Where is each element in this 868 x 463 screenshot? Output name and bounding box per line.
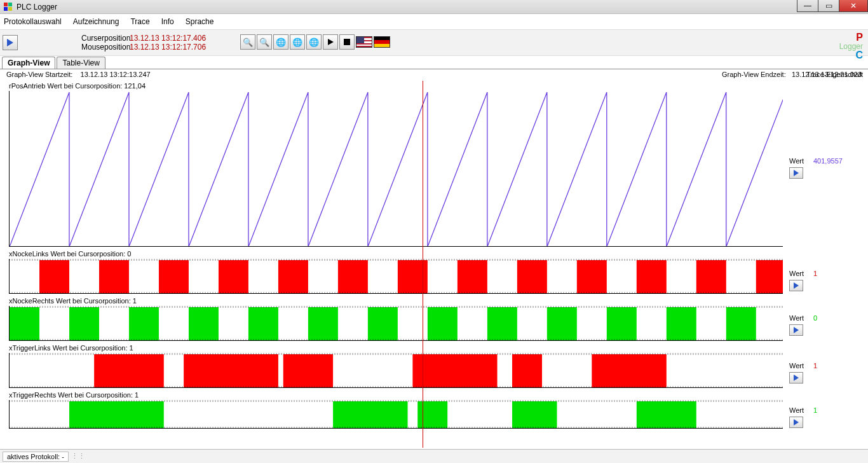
tab-graph-view[interactable]: Graph-View <box>2 57 55 69</box>
trace-plot[interactable] <box>9 91 783 247</box>
svg-rect-631 <box>487 307 517 340</box>
menu-info[interactable]: Info <box>161 17 174 26</box>
trace-play-button[interactable] <box>789 372 803 384</box>
trace-plot[interactable] <box>9 400 783 429</box>
graph-start-label: Graph-View Startzeit: <box>6 71 72 78</box>
app-icon <box>4 3 13 11</box>
svg-rect-1862 <box>69 401 164 428</box>
svg-rect-5 <box>338 260 368 293</box>
svg-rect-1250 <box>512 354 542 387</box>
svg-rect-2 <box>159 260 189 293</box>
svg-rect-0 <box>39 260 69 293</box>
menu-sprache[interactable]: Sprache <box>186 17 214 26</box>
svg-rect-4 <box>278 260 308 293</box>
wert-value: 401,9557 <box>813 157 843 165</box>
svg-rect-630 <box>428 307 458 340</box>
svg-rect-634 <box>667 307 696 340</box>
tab-row: Graph-View Table-View <box>0 56 868 69</box>
stop-icon[interactable] <box>339 34 355 50</box>
menu-trace[interactable]: Trace <box>130 17 149 26</box>
mouse-pos-label: Mouseposition <box>81 43 130 52</box>
statusbar: aktives Protokoll: - ⋮⋮ <box>0 449 868 463</box>
zoom-x-icon[interactable]: 🌐 <box>290 34 305 50</box>
trace-play-button[interactable] <box>789 280 803 291</box>
cursor-line[interactable] <box>423 81 423 448</box>
svg-rect-625 <box>129 307 159 340</box>
svg-rect-1865 <box>512 401 557 428</box>
svg-rect-1249 <box>412 354 497 387</box>
zoom-in-icon[interactable]: 🔍 <box>240 34 255 50</box>
svg-rect-1864 <box>417 401 447 428</box>
wert-value: 1 <box>813 270 817 277</box>
trace-play-button[interactable] <box>789 324 803 336</box>
wert-label: Wert <box>789 157 808 165</box>
trace-play-button[interactable] <box>789 417 803 428</box>
position-readout: Curserposition 13.12.13 13:12:17.406 Mou… <box>81 34 206 52</box>
svg-rect-635 <box>726 307 756 340</box>
toolstrip: Curserposition 13.12.13 13:12:17.406 Mou… <box>0 29 868 56</box>
svg-rect-8 <box>517 260 547 293</box>
zoom-fit-icon[interactable]: 🌐 <box>273 34 288 50</box>
zoom-y-icon[interactable]: 🌐 <box>306 34 322 50</box>
trace-play-button[interactable] <box>789 167 803 179</box>
play-icon[interactable] <box>323 34 338 50</box>
window-title: PLC Logger <box>17 3 57 11</box>
svg-rect-10 <box>637 260 667 293</box>
window-titlebar: PLC Logger — ▭ ✕ <box>0 0 868 14</box>
svg-rect-626 <box>189 307 219 340</box>
trace-plot[interactable] <box>9 259 783 294</box>
trace-label: xTriggerLinks Wert bei Cursorposition: 1 <box>9 344 783 352</box>
flag-de-icon[interactable] <box>374 36 390 48</box>
plots-area: rPosAntrieb Wert bei Cursorposition: 121… <box>9 81 783 431</box>
svg-rect-628 <box>308 307 338 340</box>
trace-properties-title: Trace-Eigenschaft <box>789 69 865 79</box>
trace-properties-panel: Trace-Eigenschaft Wert401,9557Wert1Wert0… <box>789 69 865 79</box>
zoom-out-icon[interactable]: 🔍 <box>257 34 272 50</box>
wert-label: Wert <box>789 314 808 322</box>
graph-end-label: Graph-View Endzeit: <box>722 71 786 78</box>
svg-rect-1866 <box>637 401 696 428</box>
trace-label: rPosAntrieb Wert bei Cursorposition: 121… <box>9 82 783 90</box>
cursor-pos-value: 13.12.13 13:12:17.406 <box>130 34 206 43</box>
svg-rect-627 <box>248 307 278 340</box>
svg-rect-624 <box>69 307 99 340</box>
flag-us-icon[interactable] <box>356 36 372 48</box>
record-play-button[interactable] <box>3 35 18 50</box>
svg-rect-1247 <box>184 354 278 387</box>
wert-value: 0 <box>813 314 817 322</box>
svg-rect-1 <box>99 260 129 293</box>
svg-rect-633 <box>607 307 637 340</box>
wert-label: Wert <box>789 406 808 414</box>
menu-aufzeichnung[interactable]: Aufzeichnung <box>73 17 119 26</box>
mouse-pos-value: 13.12.13 13:12:17.706 <box>130 43 206 52</box>
status-active-protocol: aktives Protokoll: - <box>3 452 69 462</box>
app-logo: P Logger C <box>839 32 863 60</box>
trace-label: xNockeRechts Wert bei Cursorposition: 1 <box>9 297 783 305</box>
tab-table-view[interactable]: Table-View <box>57 57 105 69</box>
statusbar-grip-icon: ⋮⋮ <box>71 452 85 460</box>
window-maximize-button[interactable]: ▭ <box>818 0 839 12</box>
menu-protokollauswahl[interactable]: Protokollauswahl <box>4 17 62 26</box>
svg-rect-9 <box>577 260 607 293</box>
wert-label: Wert <box>789 362 808 370</box>
graph-content: Graph-View Startzeit: 13.12.13 13:12:13.… <box>0 69 868 448</box>
trace-plot[interactable] <box>9 306 783 341</box>
menubar: Protokollauswahl Aufzeichnung Trace Info… <box>0 14 868 29</box>
svg-rect-7 <box>458 260 487 293</box>
trace-label: xTriggerRechts Wert bei Cursorposition: … <box>9 391 783 399</box>
svg-rect-1251 <box>592 354 666 387</box>
graph-start-value: 13.12.13 13:12:13.247 <box>81 71 151 78</box>
window-close-button[interactable]: ✕ <box>839 0 868 12</box>
svg-rect-1246 <box>94 354 164 387</box>
svg-rect-11 <box>696 260 726 293</box>
wert-value: 1 <box>813 406 817 414</box>
svg-rect-1248 <box>283 354 333 387</box>
wert-label: Wert <box>789 270 808 277</box>
svg-rect-623 <box>10 307 39 340</box>
trace-plot[interactable] <box>9 353 783 388</box>
svg-rect-632 <box>547 307 577 340</box>
window-minimize-button[interactable]: — <box>797 0 818 12</box>
cursor-pos-label: Curserposition <box>81 34 130 43</box>
svg-rect-1863 <box>333 401 407 428</box>
wert-value: 1 <box>813 362 817 370</box>
